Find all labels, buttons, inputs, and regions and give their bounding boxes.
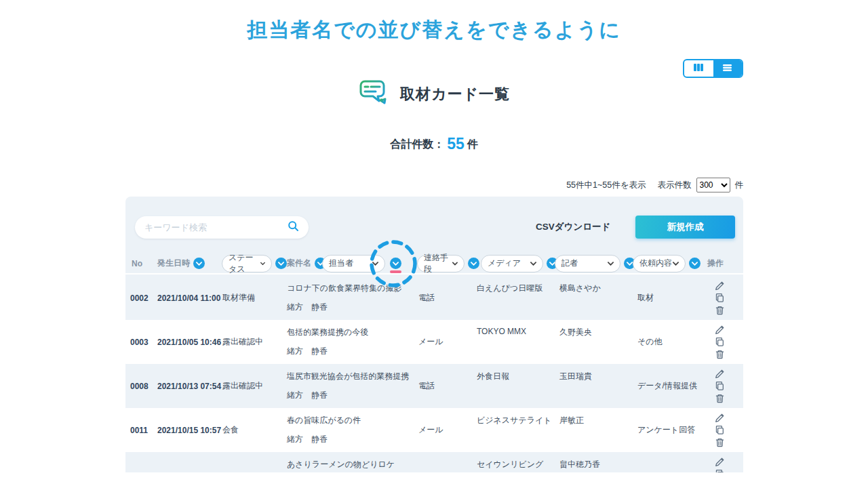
trash-icon[interactable]	[715, 349, 725, 359]
row-status: 露出確認中	[222, 380, 287, 392]
per-page-select[interactable]: 300	[696, 178, 730, 192]
row-case-cell: あさりラーメンの物どりロケ	[287, 452, 418, 472]
grid-view-button[interactable]	[684, 60, 713, 77]
row-reporter: 畠中穂乃香	[559, 452, 637, 472]
copy-icon[interactable]	[715, 337, 725, 347]
row-media: 外食日報	[477, 364, 559, 408]
list-view-button[interactable]	[713, 60, 743, 77]
copy-icon[interactable]	[715, 469, 725, 472]
row-status: 会食	[222, 424, 287, 436]
row-no: 0002	[130, 293, 157, 303]
column-header-contact: 連絡手段	[417, 253, 479, 273]
copy-icon[interactable]	[715, 381, 725, 391]
row-media: ビジネスサテライト	[477, 408, 559, 452]
csv-download-button[interactable]: CSVダウンロード	[536, 221, 610, 233]
chevron-down-icon	[530, 262, 536, 266]
trash-icon[interactable]	[715, 393, 725, 403]
row-person-name: 緒方 静香	[287, 346, 416, 357]
column-header-media: メディア	[481, 253, 558, 273]
row-case-cell: 春の旨味広がるの件 緒方 静香	[287, 408, 418, 452]
search-box	[135, 216, 309, 239]
request-filter-select[interactable]: 依頼内容	[633, 255, 686, 272]
person-filter-select[interactable]: 担当者	[322, 255, 385, 272]
table-row[interactable]: あさりラーメンの物どりロケ セイウンリビング（… 畠中穂乃香	[125, 452, 743, 472]
status-filter-select[interactable]: ステータス	[222, 255, 272, 272]
create-new-button[interactable]: 新規作成	[635, 216, 735, 239]
row-media: 白えんぴつ日曜版	[477, 276, 559, 320]
edit-pencil-icon[interactable]	[715, 281, 725, 291]
row-contact: 電話	[418, 380, 477, 392]
copy-icon[interactable]	[715, 425, 725, 435]
total-count-value: 55	[447, 135, 465, 152]
edit-pencil-icon[interactable]	[715, 457, 725, 467]
slide: 担当者名での並び替えをできるように	[0, 0, 868, 488]
row-status: 取材準備	[222, 292, 287, 304]
search-input[interactable]	[144, 222, 288, 232]
row-case-name: あさりラーメンの物どりロケ	[287, 459, 416, 470]
row-case-name: 春の旨味広がるの件	[287, 415, 416, 426]
sort-status-button[interactable]	[275, 258, 287, 269]
pagination-info: 55件中1~55件を表示 表示件数 300 件	[566, 178, 743, 192]
media-filter-select[interactable]: メディア	[481, 255, 543, 272]
card-list-panel: CSVダウンロード 新規作成 No 発生日時 ステータス 案件名	[125, 197, 743, 472]
row-status: 露出確認中	[222, 336, 287, 348]
total-count: 合計件数：55件	[0, 135, 868, 153]
page-title: 取材カード一覧	[400, 84, 510, 104]
row-case-name: コロナ下の飲食業界特集の撮影	[287, 283, 416, 294]
row-reporter: 岸敏正	[559, 408, 637, 452]
row-request: その他	[637, 336, 711, 348]
sort-datetime-button[interactable]	[193, 258, 205, 269]
row-reporter: 玉田瑞貴	[559, 364, 637, 408]
app-header: 取材カード一覧	[0, 79, 868, 110]
view-toggle	[683, 59, 743, 78]
table-row[interactable]: 0011 2021/10/15 10:57 会食 春の旨味広がるの件 緒方 静香…	[125, 408, 743, 452]
chevron-down-icon	[673, 262, 679, 266]
row-datetime: 2021/10/15 10:57	[157, 426, 222, 435]
edit-pencil-icon[interactable]	[715, 413, 725, 423]
copy-icon[interactable]	[715, 293, 725, 303]
per-page-label: 表示件数	[658, 180, 692, 191]
chevron-down-icon	[608, 262, 614, 266]
row-media: セイウンリビング（…	[477, 452, 559, 472]
table-row[interactable]: 0002 2021/10/04 11:00 取材準備 コロナ下の飲食業界特集の撮…	[125, 276, 743, 320]
per-page-unit: 件	[735, 180, 744, 191]
table-row[interactable]: 0008 2021/10/13 07:54 露出確認中 塩尻市観光協会が包括的業…	[125, 364, 743, 408]
column-header-reporter: 記者	[555, 253, 635, 273]
row-actions	[711, 452, 743, 472]
chevron-down-icon	[372, 262, 378, 266]
edit-pencil-icon[interactable]	[715, 369, 725, 379]
trash-icon[interactable]	[715, 305, 725, 315]
row-contact: メール	[418, 336, 477, 348]
search-icon[interactable]	[288, 220, 299, 235]
edit-pencil-icon[interactable]	[715, 325, 725, 335]
column-header-no: No	[132, 253, 142, 273]
row-case-cell: コロナ下の飲食業界特集の撮影 緒方 静香	[287, 276, 418, 320]
trash-icon[interactable]	[715, 437, 725, 447]
chat-bubbles-icon	[358, 79, 389, 110]
row-reporter: 久野美央	[559, 320, 637, 364]
row-request: データ/情報提供	[637, 380, 711, 392]
row-no: 0011	[130, 426, 157, 435]
slide-title: 担当者名での並び替えをできるように	[0, 16, 868, 44]
sort-contact-button[interactable]	[468, 258, 479, 269]
table-row[interactable]: 0003 2021/10/05 10:46 露出確認中 包括的業務提携の今後 緒…	[125, 320, 743, 364]
row-case-cell: 包括的業務提携の今後 緒方 静香	[287, 320, 418, 364]
row-contact: 電話	[418, 292, 477, 304]
sort-request-button[interactable]	[689, 258, 701, 269]
row-actions	[711, 408, 743, 452]
row-request: 取材	[637, 292, 711, 304]
grid-view-icon	[693, 62, 704, 75]
row-datetime: 2021/10/05 10:46	[157, 338, 222, 347]
contact-filter-select[interactable]: 連絡手段	[417, 255, 465, 272]
row-person-name: 緒方 静香	[287, 434, 416, 445]
row-no: 0003	[130, 338, 157, 347]
table-body: 0002 2021/10/04 11:00 取材準備 コロナ下の飲食業界特集の撮…	[125, 276, 743, 472]
reporter-filter-select[interactable]: 記者	[555, 255, 620, 272]
row-case-name: 塩尻市観光協会が包括的業務提携	[287, 371, 416, 382]
column-header-case: 案件名	[287, 253, 326, 273]
table-header: No 発生日時 ステータス 案件名 担当者	[125, 253, 743, 274]
row-datetime: 2021/10/04 11:00	[157, 293, 222, 303]
person-sort-button[interactable]	[390, 258, 401, 269]
total-count-unit: 件	[467, 138, 478, 150]
row-person-name: 緒方 静香	[287, 302, 416, 313]
